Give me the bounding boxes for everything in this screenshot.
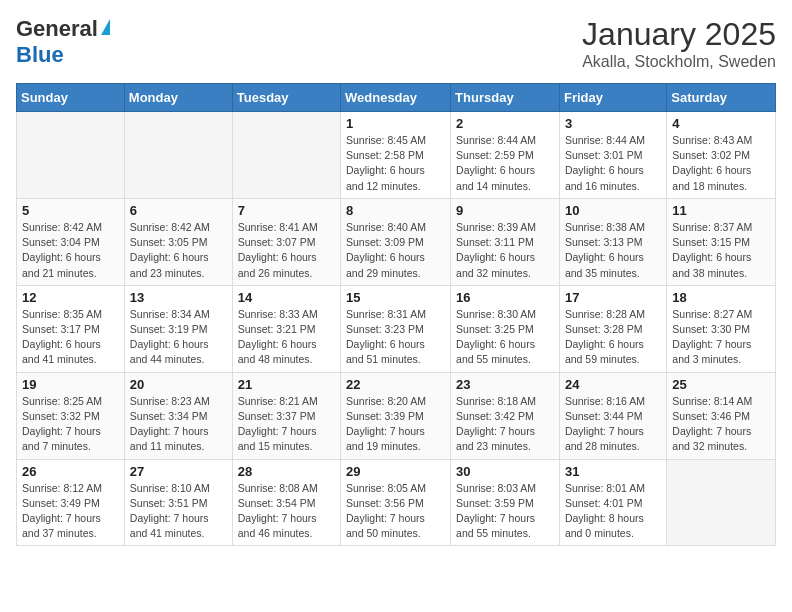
day-number: 29 <box>346 464 445 479</box>
day-detail: Sunrise: 8:39 AM Sunset: 3:11 PM Dayligh… <box>456 220 554 281</box>
day-detail: Sunrise: 8:14 AM Sunset: 3:46 PM Dayligh… <box>672 394 770 455</box>
day-detail: Sunrise: 8:44 AM Sunset: 3:01 PM Dayligh… <box>565 133 661 194</box>
day-number: 28 <box>238 464 335 479</box>
day-number: 27 <box>130 464 227 479</box>
logo-text-blue: Blue <box>16 42 64 67</box>
day-detail: Sunrise: 8:37 AM Sunset: 3:15 PM Dayligh… <box>672 220 770 281</box>
table-row: 8Sunrise: 8:40 AM Sunset: 3:09 PM Daylig… <box>341 198 451 285</box>
day-number: 25 <box>672 377 770 392</box>
day-number: 17 <box>565 290 661 305</box>
calendar-week-row: 19Sunrise: 8:25 AM Sunset: 3:32 PM Dayli… <box>17 372 776 459</box>
day-detail: Sunrise: 8:18 AM Sunset: 3:42 PM Dayligh… <box>456 394 554 455</box>
table-row: 27Sunrise: 8:10 AM Sunset: 3:51 PM Dayli… <box>124 459 232 546</box>
day-detail: Sunrise: 8:23 AM Sunset: 3:34 PM Dayligh… <box>130 394 227 455</box>
day-number: 7 <box>238 203 335 218</box>
calendar-week-row: 5Sunrise: 8:42 AM Sunset: 3:04 PM Daylig… <box>17 198 776 285</box>
table-row: 4Sunrise: 8:43 AM Sunset: 3:02 PM Daylig… <box>667 112 776 199</box>
header-monday: Monday <box>124 84 232 112</box>
table-row <box>232 112 340 199</box>
header-wednesday: Wednesday <box>341 84 451 112</box>
day-detail: Sunrise: 8:08 AM Sunset: 3:54 PM Dayligh… <box>238 481 335 542</box>
day-number: 24 <box>565 377 661 392</box>
calendar-header-row: Sunday Monday Tuesday Wednesday Thursday… <box>17 84 776 112</box>
table-row: 25Sunrise: 8:14 AM Sunset: 3:46 PM Dayli… <box>667 372 776 459</box>
day-number: 16 <box>456 290 554 305</box>
day-number: 5 <box>22 203 119 218</box>
day-detail: Sunrise: 8:33 AM Sunset: 3:21 PM Dayligh… <box>238 307 335 368</box>
table-row: 22Sunrise: 8:20 AM Sunset: 3:39 PM Dayli… <box>341 372 451 459</box>
calendar-week-row: 1Sunrise: 8:45 AM Sunset: 2:58 PM Daylig… <box>17 112 776 199</box>
day-detail: Sunrise: 8:03 AM Sunset: 3:59 PM Dayligh… <box>456 481 554 542</box>
day-detail: Sunrise: 8:40 AM Sunset: 3:09 PM Dayligh… <box>346 220 445 281</box>
day-detail: Sunrise: 8:34 AM Sunset: 3:19 PM Dayligh… <box>130 307 227 368</box>
day-detail: Sunrise: 8:44 AM Sunset: 2:59 PM Dayligh… <box>456 133 554 194</box>
day-detail: Sunrise: 8:05 AM Sunset: 3:56 PM Dayligh… <box>346 481 445 542</box>
day-number: 13 <box>130 290 227 305</box>
table-row: 15Sunrise: 8:31 AM Sunset: 3:23 PM Dayli… <box>341 285 451 372</box>
header-saturday: Saturday <box>667 84 776 112</box>
table-row: 24Sunrise: 8:16 AM Sunset: 3:44 PM Dayli… <box>559 372 666 459</box>
table-row: 17Sunrise: 8:28 AM Sunset: 3:28 PM Dayli… <box>559 285 666 372</box>
table-row: 13Sunrise: 8:34 AM Sunset: 3:19 PM Dayli… <box>124 285 232 372</box>
logo-triangle-icon <box>101 19 110 35</box>
table-row: 18Sunrise: 8:27 AM Sunset: 3:30 PM Dayli… <box>667 285 776 372</box>
table-row: 3Sunrise: 8:44 AM Sunset: 3:01 PM Daylig… <box>559 112 666 199</box>
day-detail: Sunrise: 8:42 AM Sunset: 3:05 PM Dayligh… <box>130 220 227 281</box>
calendar-subtitle: Akalla, Stockholm, Sweden <box>582 53 776 71</box>
table-row: 1Sunrise: 8:45 AM Sunset: 2:58 PM Daylig… <box>341 112 451 199</box>
table-row: 7Sunrise: 8:41 AM Sunset: 3:07 PM Daylig… <box>232 198 340 285</box>
day-detail: Sunrise: 8:42 AM Sunset: 3:04 PM Dayligh… <box>22 220 119 281</box>
day-detail: Sunrise: 8:10 AM Sunset: 3:51 PM Dayligh… <box>130 481 227 542</box>
day-detail: Sunrise: 8:27 AM Sunset: 3:30 PM Dayligh… <box>672 307 770 368</box>
table-row: 6Sunrise: 8:42 AM Sunset: 3:05 PM Daylig… <box>124 198 232 285</box>
header-thursday: Thursday <box>451 84 560 112</box>
day-detail: Sunrise: 8:43 AM Sunset: 3:02 PM Dayligh… <box>672 133 770 194</box>
table-row: 31Sunrise: 8:01 AM Sunset: 4:01 PM Dayli… <box>559 459 666 546</box>
day-detail: Sunrise: 8:28 AM Sunset: 3:28 PM Dayligh… <box>565 307 661 368</box>
day-number: 31 <box>565 464 661 479</box>
day-detail: Sunrise: 8:20 AM Sunset: 3:39 PM Dayligh… <box>346 394 445 455</box>
table-row: 5Sunrise: 8:42 AM Sunset: 3:04 PM Daylig… <box>17 198 125 285</box>
calendar-table: Sunday Monday Tuesday Wednesday Thursday… <box>16 83 776 546</box>
day-detail: Sunrise: 8:45 AM Sunset: 2:58 PM Dayligh… <box>346 133 445 194</box>
day-number: 9 <box>456 203 554 218</box>
table-row: 26Sunrise: 8:12 AM Sunset: 3:49 PM Dayli… <box>17 459 125 546</box>
table-row: 28Sunrise: 8:08 AM Sunset: 3:54 PM Dayli… <box>232 459 340 546</box>
day-number: 30 <box>456 464 554 479</box>
day-number: 23 <box>456 377 554 392</box>
page-header: General Blue January 2025 Akalla, Stockh… <box>16 16 776 71</box>
day-detail: Sunrise: 8:30 AM Sunset: 3:25 PM Dayligh… <box>456 307 554 368</box>
day-number: 21 <box>238 377 335 392</box>
table-row: 16Sunrise: 8:30 AM Sunset: 3:25 PM Dayli… <box>451 285 560 372</box>
table-row <box>124 112 232 199</box>
calendar-title: January 2025 <box>582 16 776 53</box>
calendar-week-row: 26Sunrise: 8:12 AM Sunset: 3:49 PM Dayli… <box>17 459 776 546</box>
day-number: 26 <box>22 464 119 479</box>
day-number: 12 <box>22 290 119 305</box>
header-sunday: Sunday <box>17 84 125 112</box>
header-tuesday: Tuesday <box>232 84 340 112</box>
table-row: 10Sunrise: 8:38 AM Sunset: 3:13 PM Dayli… <box>559 198 666 285</box>
table-row: 14Sunrise: 8:33 AM Sunset: 3:21 PM Dayli… <box>232 285 340 372</box>
title-block: January 2025 Akalla, Stockholm, Sweden <box>582 16 776 71</box>
table-row <box>17 112 125 199</box>
logo: General Blue <box>16 16 110 68</box>
day-detail: Sunrise: 8:25 AM Sunset: 3:32 PM Dayligh… <box>22 394 119 455</box>
day-detail: Sunrise: 8:35 AM Sunset: 3:17 PM Dayligh… <box>22 307 119 368</box>
day-detail: Sunrise: 8:16 AM Sunset: 3:44 PM Dayligh… <box>565 394 661 455</box>
table-row: 21Sunrise: 8:21 AM Sunset: 3:37 PM Dayli… <box>232 372 340 459</box>
table-row: 23Sunrise: 8:18 AM Sunset: 3:42 PM Dayli… <box>451 372 560 459</box>
day-number: 19 <box>22 377 119 392</box>
table-row: 20Sunrise: 8:23 AM Sunset: 3:34 PM Dayli… <box>124 372 232 459</box>
day-detail: Sunrise: 8:12 AM Sunset: 3:49 PM Dayligh… <box>22 481 119 542</box>
day-number: 18 <box>672 290 770 305</box>
day-detail: Sunrise: 8:38 AM Sunset: 3:13 PM Dayligh… <box>565 220 661 281</box>
table-row: 12Sunrise: 8:35 AM Sunset: 3:17 PM Dayli… <box>17 285 125 372</box>
day-number: 3 <box>565 116 661 131</box>
table-row: 30Sunrise: 8:03 AM Sunset: 3:59 PM Dayli… <box>451 459 560 546</box>
table-row: 19Sunrise: 8:25 AM Sunset: 3:32 PM Dayli… <box>17 372 125 459</box>
table-row: 9Sunrise: 8:39 AM Sunset: 3:11 PM Daylig… <box>451 198 560 285</box>
day-detail: Sunrise: 8:21 AM Sunset: 3:37 PM Dayligh… <box>238 394 335 455</box>
day-number: 6 <box>130 203 227 218</box>
table-row: 29Sunrise: 8:05 AM Sunset: 3:56 PM Dayli… <box>341 459 451 546</box>
